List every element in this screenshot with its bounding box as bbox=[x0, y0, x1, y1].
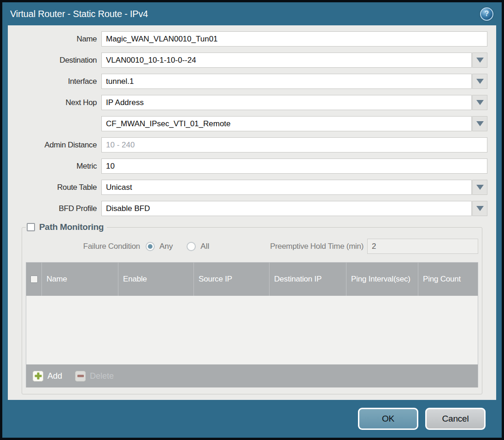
preemptive-hold-time-input[interactable] bbox=[367, 239, 478, 254]
all-radio-label: All bbox=[200, 242, 209, 251]
interface-field-row: Interface bbox=[17, 74, 487, 89]
next-hop-address-input[interactable] bbox=[101, 116, 472, 131]
dialog-titlebar: Virtual Router - Static Route - IPv4 ? bbox=[2, 2, 502, 25]
table-body-empty bbox=[26, 296, 478, 364]
cancel-button[interactable]: Cancel bbox=[425, 408, 486, 430]
metric-input[interactable] bbox=[101, 158, 487, 174]
next-hop-address-field-row bbox=[17, 116, 487, 131]
failure-condition-all: All bbox=[187, 242, 209, 251]
destination-label: Destination bbox=[17, 56, 101, 65]
next-hop-type-dropdown-button[interactable] bbox=[472, 95, 487, 110]
help-icon[interactable]: ? bbox=[480, 7, 493, 21]
table-toolbar: Add Delete bbox=[26, 364, 478, 387]
column-header-source-ip: Source IP bbox=[194, 263, 270, 296]
path-monitoring-table: Name Enable Source IP Destination IP Pin… bbox=[26, 262, 478, 387]
table-header-row: Name Enable Source IP Destination IP Pin… bbox=[26, 263, 478, 296]
path-monitoring-title: Path Monitoring bbox=[39, 222, 104, 232]
column-header-enable: Enable bbox=[118, 263, 194, 296]
bfd-profile-field-row: BFD Profile bbox=[17, 201, 487, 216]
column-header-ping-count: Ping Count bbox=[418, 263, 478, 296]
all-radio[interactable] bbox=[187, 242, 196, 251]
metric-field-row: Metric bbox=[17, 158, 487, 174]
next-hop-label: Next Hop bbox=[17, 98, 101, 107]
chevron-down-icon bbox=[476, 206, 484, 211]
chevron-down-icon bbox=[476, 121, 484, 126]
bfd-profile-input[interactable] bbox=[101, 201, 472, 216]
select-all-checkbox[interactable] bbox=[30, 276, 38, 283]
static-route-dialog: Virtual Router - Static Route - IPv4 ? N… bbox=[0, 0, 504, 440]
name-field-row: Name bbox=[17, 31, 487, 47]
delete-button-label: Delete bbox=[90, 371, 114, 381]
chevron-down-icon bbox=[476, 79, 484, 84]
column-header-name: Name bbox=[42, 263, 118, 296]
bfd-profile-dropdown-button[interactable] bbox=[472, 201, 487, 216]
path-monitoring-options-row: Failure Condition Any All Preemptive Hol… bbox=[26, 239, 478, 254]
column-header-ping-interval: Ping Interval(sec) bbox=[346, 263, 418, 296]
admin-distance-field-row: Admin Distance bbox=[17, 137, 487, 153]
column-header-destination-ip: Destination IP bbox=[270, 263, 346, 296]
failure-condition-any: Any bbox=[146, 242, 173, 251]
path-monitoring-legend: Path Monitoring bbox=[26, 222, 107, 232]
route-table-input[interactable] bbox=[101, 180, 472, 195]
bfd-profile-label: BFD Profile bbox=[17, 204, 101, 213]
chevron-down-icon bbox=[476, 100, 484, 105]
interface-dropdown-button[interactable] bbox=[472, 74, 487, 89]
add-button[interactable]: Add bbox=[33, 371, 62, 381]
path-monitoring-checkbox[interactable] bbox=[27, 223, 35, 231]
failure-condition-label: Failure Condition bbox=[26, 242, 146, 251]
route-table-field-row: Route Table bbox=[17, 180, 487, 195]
minus-icon bbox=[75, 371, 86, 381]
destination-dropdown-button[interactable] bbox=[472, 53, 487, 68]
metric-label: Metric bbox=[17, 162, 101, 171]
dialog-body: Name Destination Interface Next Hop bbox=[8, 25, 496, 400]
chevron-down-icon bbox=[476, 58, 484, 63]
route-table-dropdown-button[interactable] bbox=[472, 180, 487, 195]
name-label: Name bbox=[17, 35, 101, 44]
name-input[interactable] bbox=[101, 31, 487, 47]
destination-input[interactable] bbox=[101, 53, 472, 68]
next-hop-field-row: Next Hop bbox=[17, 95, 487, 110]
path-monitoring-section: Path Monitoring Failure Condition Any Al… bbox=[22, 222, 482, 394]
add-button-label: Add bbox=[47, 371, 62, 381]
interface-input[interactable] bbox=[101, 74, 472, 89]
any-radio-label: Any bbox=[159, 242, 173, 251]
delete-button[interactable]: Delete bbox=[75, 371, 114, 381]
interface-label: Interface bbox=[17, 77, 101, 86]
route-table-label: Route Table bbox=[17, 183, 101, 192]
chevron-down-icon bbox=[476, 185, 484, 190]
admin-distance-label: Admin Distance bbox=[17, 141, 101, 150]
admin-distance-input[interactable] bbox=[101, 137, 487, 153]
dialog-title: Virtual Router - Static Route - IPv4 bbox=[10, 9, 148, 19]
any-radio[interactable] bbox=[146, 242, 155, 251]
next-hop-address-dropdown-button[interactable] bbox=[472, 116, 487, 131]
destination-field-row: Destination bbox=[17, 53, 487, 68]
next-hop-type-input[interactable] bbox=[101, 95, 472, 110]
dialog-footer: OK Cancel bbox=[2, 400, 502, 438]
table-header-checkbox-cell bbox=[26, 263, 42, 296]
ok-button[interactable]: OK bbox=[358, 408, 418, 430]
preemptive-hold-time-label: Preemptive Hold Time (min) bbox=[223, 242, 367, 251]
plus-icon bbox=[33, 371, 43, 381]
